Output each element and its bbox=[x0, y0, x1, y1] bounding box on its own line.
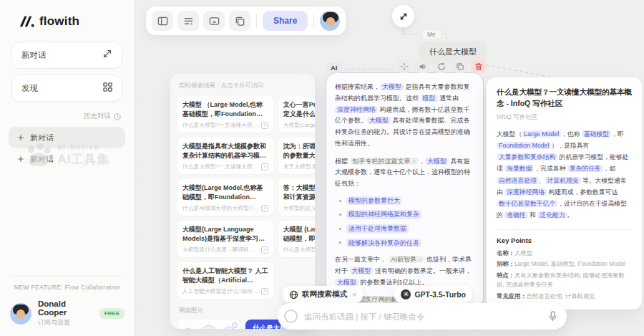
divider bbox=[256, 14, 257, 28]
search-result-card[interactable]: 大模型 (Large Model,也称基础模型，即Foundation…什么是大… bbox=[278, 221, 315, 257]
share-button[interactable]: Share bbox=[263, 11, 308, 31]
regenerate-button[interactable] bbox=[434, 60, 449, 73]
highlighted-term[interactable]: 海量数据 bbox=[504, 165, 534, 172]
highlighted-term[interactable]: 适用于处理海量数据 bbox=[346, 224, 409, 234]
search-result-card[interactable]: 什么是人工智能大模型？ 人工智能大模型（Artificial…人工智能大模型是什… bbox=[177, 262, 273, 299]
watermark-title: AI工具集 bbox=[58, 151, 110, 168]
loader-icon bbox=[284, 309, 298, 323]
ai-paragraph: 根据 知乎专栏的这篇文章↗，大模型 具有超大规模参数，通常在十亿个以上，这种模型… bbox=[335, 156, 474, 190]
focus-icon bbox=[400, 62, 409, 71]
highlighted-term[interactable]: 基础模型 bbox=[582, 130, 611, 138]
highlighted-term[interactable]: 模型的参数量巨大 bbox=[346, 196, 402, 206]
highlighted-term[interactable]: 大模型 bbox=[335, 279, 358, 286]
model-icon: ✳ bbox=[401, 289, 411, 299]
highlighted-term[interactable]: Large Model bbox=[522, 130, 561, 138]
highlighted-term[interactable]: 模型 bbox=[421, 95, 438, 102]
source-link-chip[interactable]: 知乎专栏的这篇文章↗ bbox=[350, 158, 419, 165]
composer-input-bar[interactable] bbox=[278, 303, 567, 330]
log-icon bbox=[183, 16, 194, 27]
window-icon bbox=[209, 16, 220, 27]
card-source: 关于大模型,我和专业人士一… bbox=[283, 163, 315, 171]
user-subtitle[interactable]: 订阅与设置 bbox=[38, 318, 93, 327]
ai-response-node[interactable]: 根据搜索结果，大模型 是指具有大量参数和复杂结构的机器学习模型。这些 模型 通常… bbox=[326, 72, 484, 308]
card-source: 人工智能大模型是什么?如何… bbox=[182, 287, 258, 295]
new-chat-button[interactable]: 新对话 bbox=[11, 42, 122, 69]
image-thumbnail-circles[interactable] bbox=[177, 320, 240, 329]
toggle-sidebar-button[interactable] bbox=[152, 11, 173, 31]
source-preview-panel[interactable]: 什么是大模型？一文读懂大模型的基本概念 - InfoQ 写作社区 InfoQ 写… bbox=[487, 77, 642, 309]
web-search-mode-chip[interactable]: 联网搜索模式 × bbox=[283, 286, 363, 303]
highlighted-term[interactable]: 大模型 bbox=[350, 267, 374, 274]
duplicate-button[interactable] bbox=[229, 11, 250, 31]
search-result-card[interactable]: 沈为：所谓大模型就是指模型的参数量大，但学术界并没…关于大模型,我和专业人士一…… bbox=[278, 138, 315, 174]
ai-node-label: AI bbox=[326, 62, 342, 73]
highlighted-term[interactable]: 数十亿甚至数千亿个 bbox=[497, 200, 557, 207]
trash-icon bbox=[474, 62, 483, 71]
sidebar-bottom: NEW FEATURE: Flow Collaboration Donald C… bbox=[0, 276, 135, 336]
search-result-card[interactable]: 大模型(Large Language Models)是指基于深度学习…大模型是什… bbox=[177, 221, 273, 257]
search-result-card[interactable]: 大模型是指具有大规模参数和复杂计算结构的机器学习模…什么是大模型?一文读懂大模…… bbox=[177, 138, 273, 174]
mic-icon[interactable] bbox=[548, 311, 557, 322]
highlighted-term[interactable]: 能够解决各种复杂的任务 bbox=[346, 239, 421, 248]
search-result-card[interactable]: 答：大模型是指具有大量参数和计算资源的机器学习模型…大模型的定义是什么?大模型…… bbox=[278, 179, 315, 216]
flow-canvas[interactable]: Share Me 什么是大模型 AI 根据搜索结果，大模型 是指具有大量参数和复… bbox=[135, 0, 644, 336]
model-selector-chip[interactable]: ✳ GPT-3.5-Turbo bbox=[394, 286, 472, 303]
highlighted-term[interactable]: 大模型 bbox=[425, 158, 449, 165]
card-title: 大模型是指具有大规模参数和复杂计算结构的机器学习模… bbox=[182, 142, 268, 160]
collapse-node-button[interactable] bbox=[392, 5, 414, 27]
present-button[interactable] bbox=[203, 11, 225, 31]
me-node-label: Me bbox=[421, 29, 441, 40]
highlighted-term[interactable]: 自然语言处理 bbox=[497, 177, 539, 184]
key-points-list: 名称：大模型别称：Large Model, 基础模型, Foundation M… bbox=[497, 249, 632, 301]
new-feature-banner[interactable]: NEW FEATURE: Flow Collaboration bbox=[10, 284, 125, 291]
discover-button[interactable]: 发现 bbox=[11, 75, 122, 102]
ai-paragraph: 在另一篇文章中， AI新智界↗ 也提到，学术界对于 大模型 没有明确的参数界定。… bbox=[335, 254, 474, 288]
highlighted-term[interactable]: 泛化能力 bbox=[537, 211, 567, 219]
ai-bullet: 适用于处理海量数据 bbox=[339, 224, 474, 234]
close-icon[interactable]: × bbox=[352, 290, 356, 299]
highlighted-term[interactable]: 计算机视觉 bbox=[545, 177, 581, 184]
highlighted-term[interactable]: 大模型 bbox=[367, 117, 391, 124]
search-result-card[interactable]: 大模型(Large Model,也称基础模型，即Foundation…什么是AI… bbox=[177, 179, 273, 216]
history-log-button[interactable] bbox=[177, 11, 199, 31]
highlighted-term[interactable]: 大量参数和复杂结构 bbox=[497, 153, 557, 160]
sparkle-icon bbox=[17, 134, 24, 141]
card-source: 什么是大模型?一文读懂大模… bbox=[283, 246, 315, 254]
focus-node-button[interactable] bbox=[396, 60, 411, 73]
delete-node-button[interactable] bbox=[471, 60, 486, 73]
highlighted-term[interactable]: 深度神经网络 bbox=[335, 106, 378, 113]
copy-response-button[interactable] bbox=[452, 60, 467, 73]
web-search-mode-label: 联网搜索模式 bbox=[302, 289, 347, 299]
logo-text: flowith bbox=[39, 14, 79, 29]
card-title: 沈为：所谓大模型就是指模型的参数量大，但学术界并没… bbox=[283, 142, 315, 160]
search-result-card[interactable]: 文心一言Prompt：大模型的定义是什么，可以从多个角度…大模型(Large M… bbox=[278, 96, 315, 133]
panel-left-icon bbox=[157, 16, 168, 27]
card-title: 文心一言Prompt：大模型的定义是什么，可以从多个角度… bbox=[283, 100, 315, 118]
divider bbox=[497, 229, 632, 230]
key-point-row: 名称：大模型 bbox=[497, 249, 632, 258]
user-avatar[interactable] bbox=[10, 303, 31, 325]
highlighted-term[interactable]: 模型的神经网络架构复杂 bbox=[346, 210, 421, 219]
highlighted-term[interactable]: 复杂的任务 bbox=[567, 165, 603, 172]
source-link-chip[interactable]: AI新智界↗ bbox=[389, 256, 425, 263]
composer-input[interactable] bbox=[304, 312, 548, 321]
read-aloud-button[interactable] bbox=[415, 60, 430, 73]
highlighted-term[interactable]: Foundation Model bbox=[497, 142, 551, 149]
search-results-header: 实时搜索结果 · 点击卡片可访问 bbox=[179, 82, 308, 90]
composer-chips: 联网搜索模式 × ✳ GPT-3.5-Turbo bbox=[283, 286, 472, 303]
history-label: 历史对话 bbox=[0, 112, 121, 121]
speaker-icon bbox=[419, 62, 427, 71]
source-title[interactable]: 什么是大模型？一文读懂大模型的基本概念 - InfoQ 写作社区 bbox=[497, 87, 632, 110]
flowith-logo: flowith bbox=[0, 0, 134, 29]
external-link-icon: ↗ bbox=[261, 163, 268, 171]
highlighted-term[interactable]: 大模型 bbox=[380, 83, 404, 90]
ai-bullet: 能够解决各种复杂的任务 bbox=[339, 239, 474, 248]
card-title: 什么是人工智能大模型？ 人工智能大模型（Artificial… bbox=[182, 267, 268, 284]
app: flowith 新对话 发现 历史对话 新对话 新对话 ai-bot.cn AI… bbox=[0, 0, 644, 336]
user-row[interactable]: Donald Cooper 订阅与设置 FREE bbox=[10, 299, 125, 327]
highlighted-term[interactable]: 深度神经网络 bbox=[504, 188, 547, 196]
sidebar: flowith 新对话 发现 历史对话 新对话 新对话 ai-bot.cn AI… bbox=[0, 0, 135, 336]
toolbar-avatar[interactable] bbox=[320, 11, 340, 31]
highlighted-term[interactable]: 准确性 bbox=[504, 211, 527, 219]
search-result-card[interactable]: 大模型 （Large Model,也称基础模型，即Foundation…什么是大… bbox=[177, 96, 273, 133]
